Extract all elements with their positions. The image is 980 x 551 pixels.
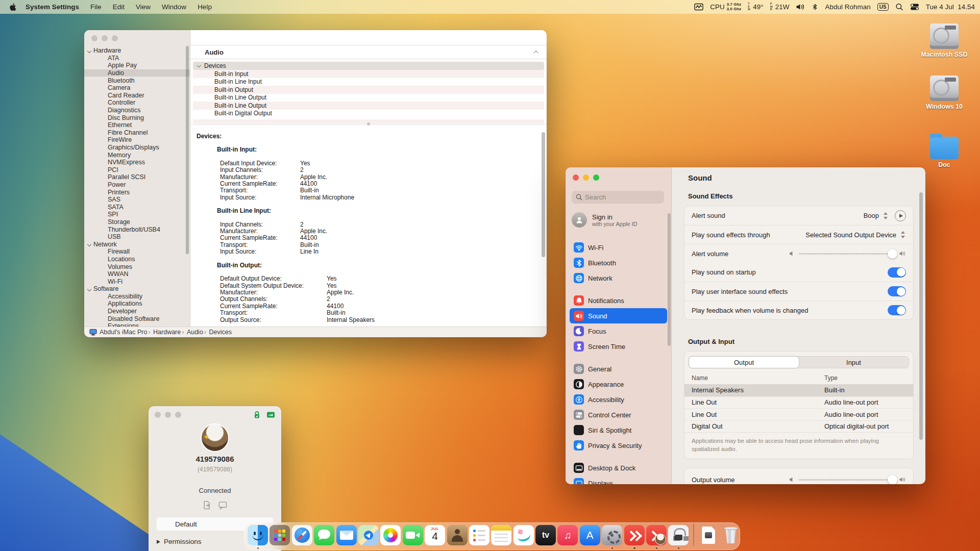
sysinfo-sidebar-item[interactable]: Software [84,285,190,293]
alert-volume-slider[interactable] [789,251,906,257]
dock-app-icon[interactable] [447,525,468,545]
sidebar-scrollbar[interactable] [186,46,189,254]
close-button[interactable] [91,35,97,41]
tab-input[interactable]: Input [799,357,909,368]
sysinfo-sidebar-item[interactable]: Fibre Channel [84,129,190,137]
control-center-icon[interactable] [910,3,919,11]
permissions-disclosure[interactable]: Permissions [157,538,202,545]
sysinfo-sidebar-item[interactable]: Wi-Fi [84,278,190,285]
sysinfo-sidebar-item[interactable]: Controller [84,99,190,107]
details-scrollbar[interactable] [542,132,545,257]
sysinfo-sidebar-item[interactable]: Memory [84,151,190,159]
play-through-value[interactable]: Selected Sound Output Device [805,231,896,239]
activity-monitor-status[interactable] [694,3,703,11]
sysinfo-sidebar-item[interactable]: WWAN [84,270,190,278]
zoom-button[interactable] [593,174,599,181]
collapse-chevron-icon[interactable] [533,50,538,55]
devices-group-row[interactable]: Devices [193,62,544,70]
dock-app-icon[interactable] [270,525,290,545]
minimize-button[interactable] [102,35,108,41]
sysinfo-sidebar-item[interactable]: Firewall [84,248,190,256]
dock-item[interactable] [535,523,556,549]
settings-nav-item[interactable]: Appearance [570,377,667,392]
dock-item[interactable] [557,523,578,549]
file-transfer-icon[interactable] [203,500,211,510]
dock-item[interactable] [646,523,667,549]
settings-nav-item[interactable]: Desktop & Dock [570,460,667,475]
sysinfo-sidebar-item[interactable]: Parallel SCSI [84,173,190,181]
dock-app-icon[interactable] [491,525,511,545]
volume-icon[interactable] [796,3,805,11]
slider-track[interactable] [799,479,896,481]
user-name[interactable]: Abdul Rohman [825,3,870,11]
sysinfo-sidebar-item[interactable]: USB [84,233,190,241]
sidebar-scrollbar[interactable] [668,213,671,346]
dock-app-icon[interactable] [721,525,741,545]
sysinfo-sidebar-item[interactable]: Developer [84,308,190,315]
dock-item[interactable] [624,523,645,549]
dock-app-icon[interactable] [469,525,489,545]
sysinfo-sidebar-item[interactable]: Volumes [84,263,190,270]
play-through-popup-stepper-icon[interactable] [899,231,906,239]
sysinfo-sidebar-item[interactable]: Network [84,240,190,248]
zoom-button[interactable] [175,412,181,418]
menu-item[interactable]: Edit [113,3,125,11]
dock-item[interactable] [358,523,379,549]
tab-output[interactable]: Output [689,357,799,368]
sysinfo-sidebar-item[interactable]: Disabled Software [84,315,190,322]
close-button[interactable] [155,412,161,418]
toggle-switch[interactable] [888,267,906,278]
close-button[interactable] [573,174,579,181]
sysinfo-sidebar-item[interactable]: PCI [84,166,190,174]
device-row[interactable]: Built-in Line Output [193,94,544,102]
sysinfo-sidebar-item[interactable]: Apple Pay [84,62,190,69]
dock-app-icon[interactable] [336,525,357,545]
dock-app-icon[interactable] [314,525,334,545]
dock-item[interactable] [580,523,600,549]
dock-app-icon[interactable]: JUL 4 [425,525,445,545]
spotlight-search-icon[interactable] [895,3,903,11]
settings-search-field[interactable]: Search [572,191,664,204]
minimize-button[interactable] [583,174,589,181]
device-row[interactable]: Built-in Input [193,70,544,78]
dock-item[interactable] [698,523,719,549]
device-row[interactable]: Built-in Digital Output [193,110,544,118]
sysinfo-sidebar-item[interactable]: Power [84,181,190,189]
device-row[interactable]: Built-in Output [193,86,544,94]
dock-item[interactable] [403,523,423,549]
dock-item[interactable] [721,523,741,549]
settings-nav-item[interactable]: Bluetooth [570,255,667,270]
dock-item[interactable] [668,523,689,549]
sysinfo-sidebar-item[interactable]: Ethernet [84,121,190,129]
table-row[interactable]: Line Out Audio line-out port [684,396,913,409]
window-controls[interactable] [573,174,599,181]
settings-nav-item[interactable]: Siri & Spotlight [570,422,667,438]
dock-app-icon[interactable] [513,525,534,545]
output-volume-slider[interactable] [789,477,906,483]
apple-menu-icon[interactable] [9,3,16,11]
settings-nav-item[interactable]: Screen Time [570,339,667,354]
dock-app-icon[interactable] [292,525,312,545]
sysinfo-sidebar-item[interactable]: Camera [84,84,190,92]
dock-app-icon[interactable] [668,525,689,545]
table-row[interactable]: Line Out Audio line-out port [684,408,913,420]
alert-sound-value[interactable]: Boop [864,212,879,219]
dock-app-icon[interactable] [248,525,268,545]
sysinfo-sidebar-item[interactable]: SATA [84,203,190,211]
desktop-icon[interactable]: Macintosh SSD [916,23,973,58]
dock-app-icon[interactable] [698,525,719,545]
sysinfo-sidebar-item[interactable]: Bluetooth [84,77,190,84]
settings-nav-item[interactable]: Displays [570,475,667,484]
toggle-switch[interactable] [888,305,906,315]
sysinfo-sidebar-item[interactable]: Disc Burning [84,114,190,121]
sysinfo-sidebar-item[interactable]: Accessibility [84,293,190,300]
breadcrumb-item[interactable]: Abdul's iMac Pro [100,329,147,336]
active-app-name[interactable]: System Settings [26,3,79,11]
dock-item[interactable] [491,523,511,549]
dock-item[interactable] [314,523,334,549]
bluetooth-icon[interactable] [812,3,818,11]
sysinfo-sidebar-item[interactable]: SAS [84,196,190,204]
cpu-status[interactable]: CPU 3.7 Ghz 3.0 Ghz [710,3,741,11]
table-row[interactable]: Internal Speakers Built-in [684,384,913,396]
breadcrumb-item[interactable]: Hardware [147,329,181,336]
